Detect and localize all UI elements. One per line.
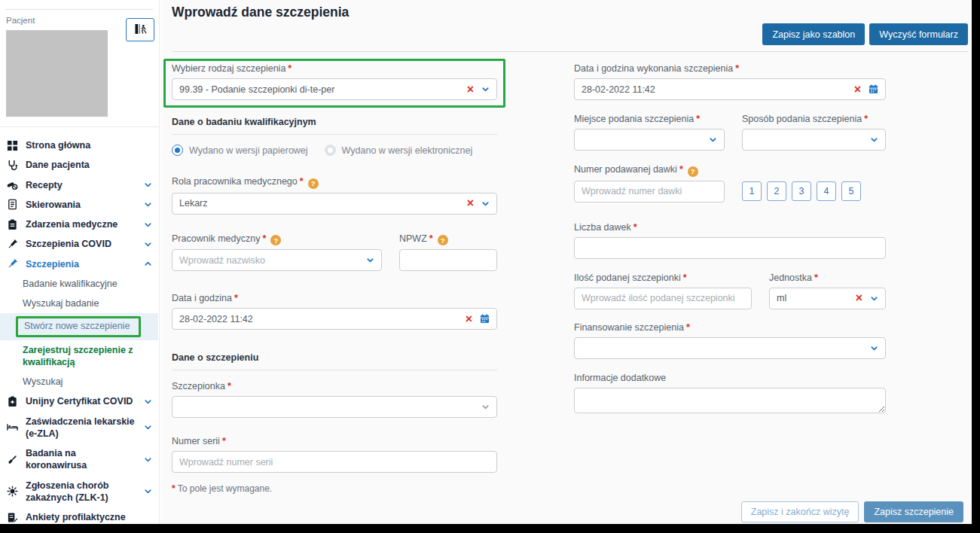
help-icon[interactable]: ?: [438, 235, 448, 245]
quick-dose-button[interactable]: 2: [767, 181, 786, 201]
sidebar-item[interactable]: Unijny Certyfikat COVID: [0, 391, 158, 411]
help-icon[interactable]: ?: [270, 235, 281, 245]
sidebar-item[interactable]: Skierowania: [0, 195, 158, 215]
medical-role-label: Rola pracownika medycznego*?: [172, 176, 497, 189]
help-icon[interactable]: ?: [688, 166, 698, 177]
screen-edge-bar: [0, 524, 980, 533]
radio-paper-version[interactable]: Wydano w wersji papierowej: [172, 145, 308, 156]
calendar-icon[interactable]: [480, 314, 490, 324]
syringe-icon: [6, 258, 18, 270]
sidebar-item[interactable]: Zgłoszenia chorób zakaźnych (ZLK-1): [0, 476, 158, 508]
required-asterisk: *: [735, 63, 739, 74]
radio-unselected-icon: [325, 145, 336, 156]
vaccine-label: Szczepionka*: [172, 381, 497, 392]
sidebar-item[interactable]: Szczepienia: [0, 254, 158, 274]
clear-value-icon[interactable]: ×: [854, 84, 861, 96]
amount-field: [574, 288, 752, 309]
exec-datetime-input[interactable]: [582, 84, 848, 95]
chevron-down-icon: [144, 487, 152, 495]
sidebar-item-label: Badania na koronawirusa: [26, 447, 136, 472]
patient-photo-placeholder: [6, 30, 108, 117]
unit-select[interactable]: ml ×: [769, 288, 886, 309]
injection-route-select[interactable]: [742, 129, 886, 151]
quick-dose-button[interactable]: 5: [841, 181, 861, 201]
end-visit-button[interactable]: [126, 18, 154, 41]
quick-dose-button[interactable]: 4: [817, 181, 836, 201]
required-asterisk: *: [679, 164, 683, 175]
sidebar-item[interactable]: Wyszukaj badanie: [0, 294, 158, 313]
help-icon[interactable]: ?: [308, 178, 319, 189]
sidebar-item[interactable]: Wyszukaj: [0, 372, 158, 391]
qualification-version-radio-group: Wydano w wersji papierowej Wydano w wers…: [172, 145, 497, 156]
quick-dose-button[interactable]: 1: [742, 181, 762, 201]
chevron-down-icon: [144, 455, 152, 464]
save-vaccination-button[interactable]: Zapisz szczepienie: [864, 501, 963, 522]
save-as-template-button[interactable]: Zapisz jako szablon: [762, 23, 865, 45]
sidebar-item-label: Strona główna: [26, 139, 90, 151]
app-root: Pacjent Strona głównaDane pacjentaRecept…: [0, 0, 980, 533]
sidebar-item-label: Szczepienia: [26, 258, 79, 270]
amount-input[interactable]: [582, 293, 744, 303]
chevron-down-icon: [481, 85, 490, 93]
sidebar-item[interactable]: Recepty: [0, 175, 158, 195]
save-and-end-visit-button[interactable]: Zapisz i zakończ wizytę: [741, 501, 859, 522]
required-note: * To pole jest wymagane.: [172, 483, 497, 494]
sidebar-item[interactable]: Badania na koronawirusa: [0, 443, 158, 476]
sidebar-item[interactable]: Zarejestruj szczepienie z kwalifikacją: [0, 340, 158, 373]
clipboard-icon: [6, 219, 18, 230]
financing-select[interactable]: [574, 337, 886, 359]
sidebar-item-label: Unijny Certyfikat COVID: [26, 395, 133, 407]
injection-site-select[interactable]: [574, 129, 725, 151]
page-title: Wprowadź dane szczepienia: [172, 5, 349, 20]
sidebar-item-label: Ankiety profilaktyczne: [26, 511, 126, 523]
chevron-down-icon: [481, 403, 490, 411]
clear-form-button[interactable]: Wyczyść formularz: [869, 23, 968, 45]
clear-value-icon[interactable]: ×: [466, 313, 472, 325]
screen-edge-bar: [972, 0, 980, 533]
survey-icon: [6, 512, 18, 523]
exec-datetime-field: ×: [574, 78, 886, 100]
sidebar-menu: Strona głównaDane pacjentaReceptySkierow…: [0, 136, 158, 527]
sidebar-item[interactable]: Zdarzenia medyczne: [0, 215, 158, 234]
dose-count-field: [574, 237, 886, 259]
vaccine-select[interactable]: [172, 396, 497, 418]
amount-label: Ilość podanej szczepionki*: [574, 273, 752, 284]
dose-number-input[interactable]: [582, 186, 717, 196]
radio-label: Wydano w wersji papierowej: [189, 145, 308, 156]
npwz-input[interactable]: [407, 255, 490, 266]
required-asterisk: *: [683, 273, 687, 283]
section-title-qualification: Dane o badaniu kwalifikacyjnym: [172, 117, 497, 127]
medical-role-select[interactable]: Lekarz ×: [172, 193, 497, 215]
serial-number-input[interactable]: [179, 457, 490, 468]
required-asterisk: *: [234, 293, 238, 303]
serial-number-field: [172, 451, 497, 473]
required-asterisk: *: [633, 222, 637, 233]
pills-icon: [6, 179, 18, 190]
dose-count-input[interactable]: [582, 242, 878, 253]
clear-value-icon[interactable]: ×: [467, 197, 474, 209]
calendar-icon[interactable]: [869, 84, 878, 94]
divider: [172, 134, 497, 135]
vaccination-type-select[interactable]: 99.39 - Podanie szczepionki di-te-per ×: [172, 78, 497, 100]
clear-value-icon[interactable]: ×: [467, 84, 474, 96]
radio-electronic-version[interactable]: Wydano w wersji elektronicznej: [325, 145, 473, 156]
document-icon: [6, 199, 18, 210]
additional-info-textarea[interactable]: [574, 388, 886, 413]
sidebar-item[interactable]: Badanie kwalifikacyjne: [0, 274, 158, 294]
sidebar-item[interactable]: Dane pacjenta: [0, 155, 158, 175]
sidebar-item[interactable]: Szczepienia COVID: [0, 234, 158, 254]
quick-dose-button[interactable]: 3: [792, 181, 811, 201]
clear-value-icon[interactable]: ×: [856, 292, 862, 304]
select-value: 99.39 - Podanie szczepionki di-te-per: [179, 84, 334, 95]
sidebar-item[interactable]: Stwórz nowe szczepienie: [0, 313, 158, 340]
sidebar-item[interactable]: Strona główna: [0, 136, 158, 155]
sidebar-item-label: Szczepienia COVID: [26, 238, 111, 250]
qualification-datetime-input[interactable]: [179, 314, 459, 324]
chevron-down-icon: [144, 200, 152, 209]
sidebar-item[interactable]: Zaświadczenia lekarskie (e-ZLA): [0, 412, 158, 444]
medical-worker-select[interactable]: Wprowadź nazwisko: [172, 249, 382, 271]
chevron-down-icon: [709, 136, 717, 144]
medical-worker-label: Pracownik medyczny*?: [172, 233, 382, 246]
npwz-field: [399, 249, 497, 271]
chevron-down-icon: [144, 221, 152, 229]
